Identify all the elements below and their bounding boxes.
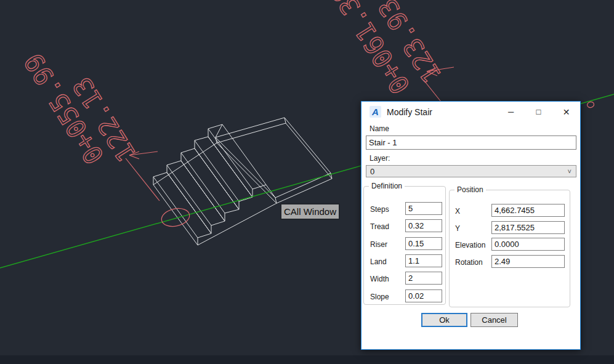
position-rotation-input[interactable]	[491, 255, 565, 268]
stair-wireframe-edge	[153, 177, 198, 238]
stair-wireframe-edge	[167, 165, 211, 225]
autocad-logo-icon: A	[370, 106, 381, 118]
stair-wireframe-edge	[198, 203, 277, 245]
stair-wireframe-edge	[217, 143, 277, 203]
stair-wireframe-edge	[208, 137, 252, 197]
stair-wireframe-edge	[217, 123, 286, 143]
position-y-input[interactable]	[491, 221, 565, 234]
maximize-button[interactable]: □	[525, 102, 552, 122]
stair-wireframe-edge	[181, 148, 195, 153]
leader-line	[129, 155, 139, 159]
name-input[interactable]	[366, 135, 576, 150]
definition-land-label: Land	[370, 257, 387, 266]
close-button[interactable]: ✕	[552, 102, 580, 122]
stair-wireframe-edge	[167, 172, 211, 233]
definition-width-input[interactable]	[405, 272, 442, 285]
stair-wireframe-edge	[216, 137, 275, 198]
stair-wireframe-edge	[225, 209, 239, 213]
definition-riser-label: Riser	[370, 240, 387, 249]
layer-selected-value: 0	[370, 167, 374, 176]
position-elevation-label: Elevation	[455, 241, 485, 249]
stair-wireframe-edge	[167, 161, 181, 165]
position-rotation-label: Rotation	[455, 258, 483, 267]
layer-select[interactable]: 0 ˅	[366, 165, 576, 177]
stair-wireframe-edge	[239, 197, 252, 201]
stair-wireframe-edge	[195, 148, 239, 209]
stair-wireframe-edge	[195, 137, 208, 140]
position-y-label: Y	[455, 224, 460, 233]
layer-label: Layer:	[370, 154, 390, 163]
stair-wireframe-edge	[286, 123, 332, 179]
definition-steps-label: Steps	[370, 205, 389, 214]
chevron-down-icon: ˅	[568, 168, 572, 175]
stair-wireframe-edge	[208, 129, 252, 189]
definition-steps-input[interactable]	[405, 202, 442, 215]
leader-line	[427, 67, 454, 71]
dialog-title: Modify Stair	[387, 107, 432, 117]
definition-tread-label: Tread	[370, 222, 389, 231]
definition-slope-input[interactable]	[405, 289, 442, 302]
stair-wireframe-edge	[285, 118, 331, 173]
ok-button[interactable]: Ok	[421, 313, 467, 327]
stair-wireframe-edge	[153, 172, 167, 177]
stair-wireframe-edge	[153, 185, 198, 245]
stair-wireframe-edge	[153, 143, 217, 185]
definition-slope-label: Slope	[370, 293, 389, 301]
stair-wireframe-edge	[211, 221, 225, 225]
station-marker-circle	[587, 101, 595, 108]
definition-tread-input[interactable]	[405, 219, 442, 232]
leader-line	[427, 71, 437, 76]
stair-wireframe-edge	[195, 140, 239, 201]
position-x-input[interactable]	[491, 204, 565, 217]
stair-wireframe-edge	[181, 161, 225, 221]
definition-land-input[interactable]	[405, 254, 442, 267]
leader-line	[424, 80, 441, 102]
definition-riser-input[interactable]	[405, 237, 442, 250]
cancel-button[interactable]: Cancel	[471, 313, 518, 327]
stair-wireframe-edge	[216, 118, 285, 137]
stair-wireframe-edge	[198, 233, 211, 238]
definition-width-label: Width	[370, 275, 389, 283]
minimize-button[interactable]: ─	[497, 102, 525, 122]
leader-line	[126, 158, 160, 201]
position-elevation-input[interactable]	[491, 238, 565, 251]
position-group-label: Position	[454, 185, 486, 194]
command-tooltip: CAll Window	[280, 203, 340, 220]
position-x-label: X	[455, 207, 460, 216]
station-marker-circle	[160, 206, 192, 229]
dialog-titlebar[interactable]: A Modify Stair ─ □ ✕	[362, 102, 580, 122]
definition-group-label: Definition	[369, 182, 405, 190]
name-label: Name	[370, 124, 389, 133]
cad-viewport: 0+055.99122.130+061.39123.93 CAll Window…	[0, 0, 614, 364]
modify-stair-dialog: A Modify Stair ─ □ ✕ Name Layer: 0 ˅ Def…	[361, 101, 581, 350]
